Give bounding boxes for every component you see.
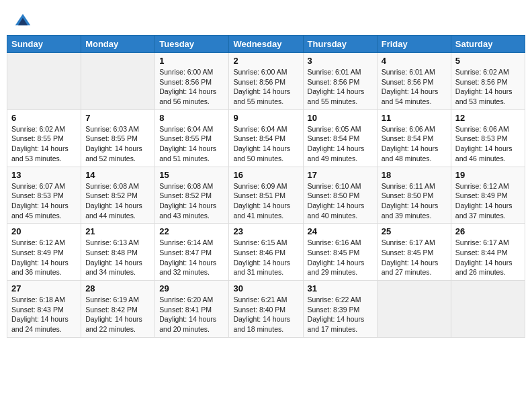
day-info: Sunrise: 6:15 AMSunset: 8:46 PMDaylight:…: [233, 238, 298, 277]
day-info: Sunrise: 6:18 AMSunset: 8:43 PMDaylight:…: [11, 295, 77, 334]
weekday-header: Wednesday: [229, 36, 303, 53]
day-info: Sunrise: 6:00 AMSunset: 8:56 PMDaylight:…: [159, 67, 224, 107]
day-info: Sunrise: 6:06 AMSunset: 8:53 PMDaylight:…: [455, 124, 521, 164]
day-info: Sunrise: 6:12 AMSunset: 8:49 PMDaylight:…: [11, 238, 77, 277]
calendar-table: SundayMondayTuesdayWednesdayThursdayFrid…: [7, 35, 525, 338]
calendar-cell: [377, 281, 451, 338]
calendar-cell: [7, 53, 81, 110]
day-info: Sunrise: 6:16 AMSunset: 8:45 PMDaylight:…: [308, 238, 373, 277]
calendar-cell: 15 Sunrise: 6:08 AMSunset: 8:52 PMDaylig…: [155, 167, 229, 224]
day-info: Sunrise: 6:00 AMSunset: 8:56 PMDaylight:…: [233, 67, 298, 107]
calendar-cell: 29 Sunrise: 6:20 AMSunset: 8:41 PMDaylig…: [155, 281, 229, 338]
day-number: 8: [159, 113, 224, 123]
calendar-cell: [451, 281, 525, 338]
calendar-cell: 6 Sunrise: 6:02 AMSunset: 8:55 PMDayligh…: [7, 109, 81, 167]
day-info: Sunrise: 6:11 AMSunset: 8:50 PMDaylight:…: [382, 181, 447, 221]
weekday-header: Saturday: [451, 36, 525, 53]
calendar-cell: 3 Sunrise: 6:01 AMSunset: 8:56 PMDayligh…: [303, 53, 377, 110]
day-info: Sunrise: 6:17 AMSunset: 8:44 PMDaylight:…: [455, 238, 521, 277]
day-number: 5: [455, 56, 521, 66]
day-info: Sunrise: 6:12 AMSunset: 8:49 PMDaylight:…: [455, 181, 521, 221]
day-number: 24: [308, 226, 373, 236]
day-number: 29: [159, 283, 224, 293]
day-number: 7: [85, 113, 150, 123]
calendar-cell: 24 Sunrise: 6:16 AMSunset: 8:45 PMDaylig…: [303, 224, 377, 281]
day-number: 15: [159, 170, 224, 180]
day-info: Sunrise: 6:05 AMSunset: 8:54 PMDaylight:…: [308, 124, 373, 164]
day-number: 11: [382, 113, 447, 123]
calendar-week-row: 6 Sunrise: 6:02 AMSunset: 8:55 PMDayligh…: [7, 109, 525, 167]
weekday-header: Sunday: [7, 36, 81, 53]
day-number: 19: [455, 170, 521, 180]
day-number: 1: [159, 56, 224, 66]
calendar-cell: 14 Sunrise: 6:08 AMSunset: 8:52 PMDaylig…: [81, 167, 155, 224]
day-info: Sunrise: 6:13 AMSunset: 8:48 PMDaylight:…: [85, 238, 150, 277]
calendar-cell: 10 Sunrise: 6:05 AMSunset: 8:54 PMDaylig…: [303, 109, 377, 167]
day-number: 20: [11, 226, 77, 236]
day-number: 30: [233, 283, 298, 293]
day-number: 6: [11, 113, 77, 123]
day-info: Sunrise: 6:02 AMSunset: 8:55 PMDaylight:…: [11, 124, 77, 164]
calendar-cell: 8 Sunrise: 6:04 AMSunset: 8:55 PMDayligh…: [155, 109, 229, 167]
day-number: 26: [455, 226, 521, 236]
day-info: Sunrise: 6:07 AMSunset: 8:53 PMDaylight:…: [11, 181, 77, 221]
calendar-cell: 19 Sunrise: 6:12 AMSunset: 8:49 PMDaylig…: [451, 167, 525, 224]
day-number: 14: [85, 170, 150, 180]
day-info: Sunrise: 6:06 AMSunset: 8:54 PMDaylight:…: [382, 124, 447, 164]
calendar-cell: 25 Sunrise: 6:17 AMSunset: 8:45 PMDaylig…: [377, 224, 451, 281]
calendar-cell: 11 Sunrise: 6:06 AMSunset: 8:54 PMDaylig…: [377, 109, 451, 167]
day-number: 13: [11, 170, 77, 180]
day-info: Sunrise: 6:04 AMSunset: 8:55 PMDaylight:…: [159, 124, 224, 164]
calendar-cell: 5 Sunrise: 6:02 AMSunset: 8:56 PMDayligh…: [451, 53, 525, 110]
weekday-header: Tuesday: [155, 36, 229, 53]
day-info: Sunrise: 6:01 AMSunset: 8:56 PMDaylight:…: [308, 67, 373, 107]
calendar-cell: [81, 53, 155, 110]
day-info: Sunrise: 6:17 AMSunset: 8:45 PMDaylight:…: [382, 238, 447, 277]
calendar-cell: 21 Sunrise: 6:13 AMSunset: 8:48 PMDaylig…: [81, 224, 155, 281]
day-info: Sunrise: 6:01 AMSunset: 8:56 PMDaylight:…: [382, 67, 447, 107]
weekday-header: Thursday: [303, 36, 377, 53]
day-number: 3: [308, 56, 373, 66]
calendar-cell: 30 Sunrise: 6:21 AMSunset: 8:40 PMDaylig…: [229, 281, 303, 338]
day-info: Sunrise: 6:14 AMSunset: 8:47 PMDaylight:…: [159, 238, 224, 277]
calendar-week-row: 1 Sunrise: 6:00 AMSunset: 8:56 PMDayligh…: [7, 53, 525, 110]
day-number: 16: [233, 170, 298, 180]
calendar-week-row: 13 Sunrise: 6:07 AMSunset: 8:53 PMDaylig…: [7, 167, 525, 224]
calendar-week-row: 20 Sunrise: 6:12 AMSunset: 8:49 PMDaylig…: [7, 224, 525, 281]
calendar-cell: 20 Sunrise: 6:12 AMSunset: 8:49 PMDaylig…: [7, 224, 81, 281]
calendar-cell: 12 Sunrise: 6:06 AMSunset: 8:53 PMDaylig…: [451, 109, 525, 167]
day-number: 9: [233, 113, 298, 123]
logo-icon: [13, 12, 32, 31]
weekday-header-row: SundayMondayTuesdayWednesdayThursdayFrid…: [7, 36, 525, 53]
logo: [13, 12, 35, 31]
calendar-cell: 7 Sunrise: 6:03 AMSunset: 8:55 PMDayligh…: [81, 109, 155, 167]
day-info: Sunrise: 6:10 AMSunset: 8:50 PMDaylight:…: [308, 181, 373, 221]
day-number: 17: [308, 170, 373, 180]
day-info: Sunrise: 6:21 AMSunset: 8:40 PMDaylight:…: [233, 295, 298, 334]
day-info: Sunrise: 6:08 AMSunset: 8:52 PMDaylight:…: [159, 181, 224, 221]
day-number: 22: [159, 226, 224, 236]
day-info: Sunrise: 6:19 AMSunset: 8:42 PMDaylight:…: [85, 295, 150, 334]
day-info: Sunrise: 6:20 AMSunset: 8:41 PMDaylight:…: [159, 295, 224, 334]
day-info: Sunrise: 6:02 AMSunset: 8:56 PMDaylight:…: [455, 67, 521, 107]
calendar-cell: 27 Sunrise: 6:18 AMSunset: 8:43 PMDaylig…: [7, 281, 81, 338]
day-number: 21: [85, 226, 150, 236]
calendar-cell: 18 Sunrise: 6:11 AMSunset: 8:50 PMDaylig…: [377, 167, 451, 224]
day-number: 31: [308, 283, 373, 293]
page-header: [7, 7, 525, 35]
calendar-cell: 13 Sunrise: 6:07 AMSunset: 8:53 PMDaylig…: [7, 167, 81, 224]
calendar-week-row: 27 Sunrise: 6:18 AMSunset: 8:43 PMDaylig…: [7, 281, 525, 338]
day-number: 23: [233, 226, 298, 236]
day-number: 28: [85, 283, 150, 293]
calendar-cell: 23 Sunrise: 6:15 AMSunset: 8:46 PMDaylig…: [229, 224, 303, 281]
calendar-cell: 31 Sunrise: 6:22 AMSunset: 8:39 PMDaylig…: [303, 281, 377, 338]
calendar-cell: 4 Sunrise: 6:01 AMSunset: 8:56 PMDayligh…: [377, 53, 451, 110]
day-number: 25: [382, 226, 447, 236]
day-number: 2: [233, 56, 298, 66]
calendar-cell: 26 Sunrise: 6:17 AMSunset: 8:44 PMDaylig…: [451, 224, 525, 281]
day-number: 27: [11, 283, 77, 293]
calendar-cell: 2 Sunrise: 6:00 AMSunset: 8:56 PMDayligh…: [229, 53, 303, 110]
day-info: Sunrise: 6:04 AMSunset: 8:54 PMDaylight:…: [233, 124, 298, 164]
day-info: Sunrise: 6:08 AMSunset: 8:52 PMDaylight:…: [85, 181, 150, 221]
weekday-header: Monday: [81, 36, 155, 53]
